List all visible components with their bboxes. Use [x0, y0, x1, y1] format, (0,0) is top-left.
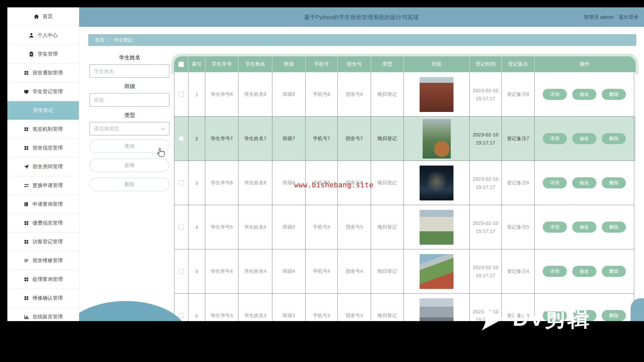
sidebar-item-dorm-repair[interactable]: 宿舍维修管理: [7, 251, 79, 270]
sliders-icon: [23, 183, 29, 188]
sidebar-item-dorm-info[interactable]: 宿舍信息管理: [7, 139, 79, 158]
sidebar-item-handle-query[interactable]: 处理查询管理: [7, 270, 79, 289]
sidebar-item-label: 访客登记管理: [33, 239, 63, 245]
col-header-time: 登记时间: [470, 56, 502, 72]
delete-row-button[interactable]: 删除: [602, 266, 626, 277]
cell-student-name: 学生姓名4: [238, 249, 272, 294]
detail-button[interactable]: 详情: [543, 133, 567, 144]
cell-phone: 手机号7: [306, 117, 338, 161]
breadcrumb: 首页 Ξ 学生登记: [88, 34, 636, 46]
sidebar-item-label: 更换申请管理: [33, 182, 63, 189]
cell-type: 晚归登记: [371, 294, 404, 321]
col-header-actions: 操作: [535, 56, 634, 72]
row-checkbox[interactable]: [179, 313, 184, 318]
cell-student-no: 学生学号3: [205, 294, 238, 321]
card-icon: [23, 89, 29, 95]
cover-image[interactable]: [420, 166, 453, 200]
cover-image[interactable]: [420, 298, 453, 321]
sidebar-item-repair-confirm[interactable]: 维修确认管理: [7, 289, 79, 308]
table-row: 5 学生学号4 学生姓名4 班级4 手机号4 宿舍号4 晚归登记 2023-02…: [174, 249, 636, 294]
select-all-checkbox[interactable]: [178, 62, 184, 67]
detail-button[interactable]: 详情: [543, 266, 567, 277]
page-title: 基于Python的学生宿舍管理系统的设计与实现: [79, 7, 644, 27]
edit-button[interactable]: 修改: [572, 133, 596, 144]
sidebar-item-home[interactable]: 首页: [7, 7, 79, 26]
sidebar-item-dorm-room[interactable]: 宿舍房间管理: [7, 158, 79, 176]
cell-phone: 手机号5: [306, 205, 338, 249]
filter-panel: 学生姓名 班级 类型 请选择类型 查询 新增 删除: [90, 54, 170, 197]
cell-type: 晚归登记: [371, 161, 404, 205]
cover-image[interactable]: [420, 254, 453, 289]
sidebar-item-label: 维修确认管理: [33, 295, 63, 301]
sidebar-item-register-mgmt[interactable]: 学生登记管理: [7, 82, 79, 101]
edit-button[interactable]: 修改: [572, 222, 596, 233]
table-row: 3 学生学号6 学生姓名6 班级6 手机号6 宿舍号6 晚归登记 2023-02…: [174, 161, 636, 205]
delete-row-button[interactable]: 删除: [602, 310, 626, 321]
cell-index: 2: [189, 117, 205, 161]
sidebar-item-payment-info[interactable]: 缴费信息管理: [7, 214, 79, 233]
cell-index: 1: [189, 72, 205, 117]
cell-time: 2023-02-10 15:17:17: [470, 72, 502, 117]
table-row: 4 学生学号5 学生姓名5 班级5 手机号5 宿舍号5 晚归登记 2023-02…: [174, 205, 636, 249]
play-logo-icon: [480, 304, 505, 333]
edit-button[interactable]: 修改: [572, 89, 596, 100]
cell-student-name: 学生姓名6: [238, 161, 272, 205]
delete-row-button[interactable]: 删除: [602, 222, 626, 233]
type-filter-select[interactable]: 请选择类型: [90, 122, 169, 135]
cell-student-name: 学生姓名8: [238, 72, 272, 117]
row-checkbox[interactable]: [179, 180, 184, 185]
sidebar-item-apply-query[interactable]: 申请查询管理: [7, 195, 79, 214]
row-checkbox[interactable]: [179, 269, 184, 274]
delete-row-button[interactable]: 删除: [602, 177, 626, 188]
sidebar-item-label: 宿舍通知管理: [33, 70, 63, 76]
detail-button[interactable]: 详情: [543, 222, 567, 233]
detail-button[interactable]: 详情: [543, 89, 567, 100]
col-header-phone: 手机号: [306, 56, 338, 72]
home-icon: [34, 14, 39, 19]
sidebar-item-student-mgmt[interactable]: 学生管理: [7, 45, 79, 64]
sidebar-item-online-message[interactable]: 在线留言管理: [7, 308, 79, 321]
cell-class: 班级7: [272, 117, 306, 161]
row-checkbox[interactable]: [179, 92, 184, 97]
table-body: 1 学生学号8 学生姓名8 班级8 手机号8 宿舍号8 晚归登记 2023-02…: [174, 72, 636, 321]
cover-image[interactable]: [420, 210, 453, 245]
sidebar-item-profile[interactable]: 个人中心: [7, 26, 79, 45]
breadcrumb-home[interactable]: 首页: [95, 37, 104, 43]
editor-watermark: DV剪辑: [480, 303, 590, 334]
detail-button[interactable]: 详情: [543, 177, 567, 188]
sidebar-item-label: 首页: [43, 13, 53, 20]
cell-student-no: 学生学号5: [205, 205, 238, 249]
sidebar: 首页 个人中心 学生管理 宿舍通知管理 学生登记管理 学生登记 奖惩机制管理 宿…: [7, 7, 79, 321]
cell-class: 班级8: [272, 72, 306, 117]
sidebar-item-visitor-register[interactable]: 访客登记管理: [7, 233, 79, 251]
sidebar-item-student-register-active[interactable]: 学生登记: [7, 101, 79, 120]
class-filter-label: 班级: [90, 83, 170, 90]
cell-type: 晚归登记: [371, 205, 404, 249]
cell-index: 6: [189, 294, 205, 321]
cell-student-name: 学生姓名7: [238, 117, 272, 161]
cell-dorm: 宿舍号5: [338, 205, 371, 249]
name-filter-label: 学生姓名: [90, 54, 170, 61]
logout-link[interactable]: 退出登录: [619, 14, 639, 20]
edit-button[interactable]: 修改: [572, 177, 596, 188]
row-checkbox[interactable]: [179, 136, 184, 141]
sidebar-item-change-apply[interactable]: 更换申请管理: [7, 176, 79, 195]
cell-phone: 手机号4: [306, 249, 338, 294]
sidebar-item-reward-punish[interactable]: 奖惩机制管理: [7, 120, 79, 139]
sidebar-item-dorm-notice[interactable]: 宿舍通知管理: [7, 64, 79, 82]
grid-icon: [23, 239, 29, 245]
cell-dorm: 宿舍号4: [338, 249, 371, 294]
delete-row-button[interactable]: 删除: [602, 89, 626, 100]
cover-image[interactable]: [423, 119, 451, 159]
add-button[interactable]: 新增: [90, 159, 169, 172]
sidebar-item-label: 宿舍维修管理: [33, 257, 63, 264]
cover-image[interactable]: [420, 77, 453, 112]
edit-button[interactable]: 修改: [572, 266, 596, 277]
cell-index: 4: [189, 205, 205, 249]
row-checkbox[interactable]: [179, 225, 184, 230]
name-filter-input[interactable]: [90, 64, 169, 78]
cell-dorm: 宿舍号3: [338, 294, 371, 321]
class-filter-input[interactable]: [90, 93, 169, 107]
delete-row-button[interactable]: 删除: [602, 133, 626, 144]
delete-button[interactable]: 删除: [90, 178, 169, 191]
